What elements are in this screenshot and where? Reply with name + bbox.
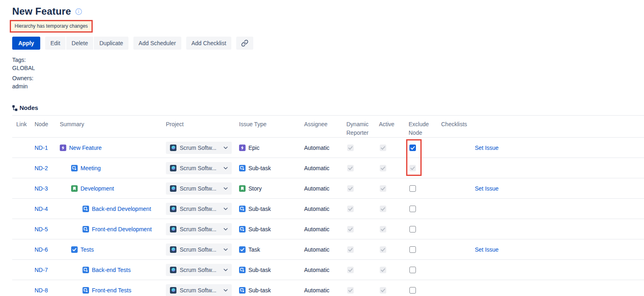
exclude-node-checkbox[interactable]	[409, 226, 416, 232]
exclude-node-cell	[409, 219, 441, 239]
node-id-link[interactable]: ND-8	[35, 287, 48, 294]
column-header-summary: Summary	[60, 116, 166, 138]
set-issue-link[interactable]: Set Issue	[475, 185, 498, 192]
add-scheduler-button[interactable]: Add Scheduler	[133, 37, 181, 50]
active-checkbox	[380, 165, 386, 171]
project-select[interactable]: Scrum Softw...	[166, 284, 232, 296]
summary-link[interactable]: Back-end Tests	[60, 267, 166, 273]
column-header-issue-type: Issue Type	[239, 116, 304, 138]
summary-cell: Back-end Tests	[60, 260, 166, 280]
summary-link[interactable]: Tests	[60, 246, 166, 253]
dynamic-reporter-cell	[346, 280, 379, 296]
project-avatar-icon	[170, 226, 176, 232]
project-select-value: Scrum Softw...	[180, 246, 220, 253]
dynamic-reporter-checkbox	[347, 206, 354, 212]
active-cell	[379, 260, 409, 280]
project-select[interactable]: Scrum Softw...	[166, 203, 232, 215]
table-header-row: Link Node Summary Project Issue Type Ass…	[12, 116, 644, 138]
assignee-value: Automatic	[304, 287, 329, 294]
active-cell	[379, 178, 409, 199]
summary-link[interactable]: Back-end Development	[60, 206, 166, 212]
link-cell	[12, 219, 35, 239]
link-cell	[12, 260, 35, 280]
node-id-link[interactable]: ND-3	[35, 185, 48, 192]
project-select[interactable]: Scrum Softw...	[166, 162, 232, 174]
summary-link[interactable]: Front-end Development	[60, 226, 166, 232]
page-title: New Feature	[12, 6, 71, 17]
info-icon[interactable]	[75, 8, 82, 15]
add-checklist-button[interactable]: Add Checklist	[186, 37, 232, 50]
exclude-node-cell	[409, 178, 441, 199]
checklists-cell	[441, 219, 644, 239]
active-cell	[379, 280, 409, 296]
issue-type-cell: Sub-task	[239, 158, 304, 178]
edit-button-group: Edit Delete Duplicate	[45, 37, 128, 50]
dynamic-reporter-cell	[346, 178, 379, 199]
node-cell: ND-7	[35, 260, 60, 280]
delete-button[interactable]: Delete	[66, 37, 93, 50]
edit-button[interactable]: Edit	[45, 37, 65, 50]
assignee-value: Automatic	[304, 206, 329, 212]
set-issue-link[interactable]: Set Issue	[475, 246, 498, 253]
active-cell	[379, 138, 409, 158]
issue-type-label: Sub-task	[248, 287, 271, 294]
node-table-row: ND-5 Front-end Development Scrum Softw..…	[12, 219, 644, 239]
issue-type-icon	[83, 287, 89, 294]
exclude-node-checkbox[interactable]	[409, 145, 416, 151]
project-select-value: Scrum Softw...	[180, 226, 220, 232]
node-id-link[interactable]: ND-7	[35, 267, 48, 273]
checklists-cell: Set Issue	[441, 239, 644, 260]
set-issue-link[interactable]: Set Issue	[475, 145, 498, 151]
node-id-link[interactable]: ND-5	[35, 226, 48, 232]
summary-link[interactable]: Front-end Tests	[60, 287, 166, 294]
project-select[interactable]: Scrum Softw...	[166, 223, 232, 235]
exclude-node-checkbox[interactable]	[409, 246, 416, 253]
project-select[interactable]: Scrum Softw...	[166, 243, 232, 256]
summary-link[interactable]: Meeting	[60, 165, 166, 171]
summary-text: Front-end Development	[92, 226, 152, 232]
dynamic-reporter-cell	[346, 219, 379, 239]
node-id-link[interactable]: ND-4	[35, 206, 48, 212]
project-avatar-icon	[170, 145, 176, 151]
column-header-exclude-node: Exclude Node	[409, 116, 441, 138]
issue-type-icon	[71, 165, 78, 171]
node-id-link[interactable]: ND-6	[35, 246, 48, 253]
exclude-node-checkbox[interactable]	[409, 185, 416, 192]
project-select[interactable]: Scrum Softw...	[166, 264, 232, 276]
exclude-node-cell	[409, 280, 441, 296]
exclude-node-checkbox[interactable]	[409, 267, 416, 273]
exclude-node-cell	[409, 260, 441, 280]
node-table-row: ND-7 Back-end Tests Scrum Softw...	[12, 260, 644, 280]
owners-label: Owners:	[12, 74, 644, 82]
exclude-node-checkbox[interactable]	[409, 287, 416, 294]
issue-type-label: Sub-task	[248, 206, 271, 212]
copy-link-button[interactable]	[236, 37, 253, 50]
assignee-cell: Automatic	[304, 178, 346, 199]
project-select[interactable]: Scrum Softw...	[166, 142, 232, 154]
node-id-link[interactable]: ND-2	[35, 165, 48, 171]
summary-link[interactable]: New Feature	[60, 145, 166, 151]
node-id-link[interactable]: ND-1	[35, 145, 48, 151]
issue-type-icon	[239, 165, 246, 171]
apply-button[interactable]: Apply	[12, 37, 40, 50]
summary-link[interactable]: Development	[60, 185, 166, 192]
project-select[interactable]: Scrum Softw...	[166, 182, 232, 195]
active-cell	[379, 158, 409, 178]
project-avatar-icon	[170, 287, 176, 294]
node-cell: ND-5	[35, 219, 60, 239]
link-cell	[12, 178, 35, 199]
toolbar: Apply Edit Delete Duplicate Add Schedule…	[12, 37, 644, 50]
chevron-down-icon	[224, 228, 228, 230]
column-header-assignee: Assignee	[304, 116, 346, 138]
issue-type-cell: Task	[239, 239, 304, 260]
exclude-node-checkbox[interactable]	[409, 206, 416, 212]
active-checkbox	[380, 246, 386, 253]
summary-cell: Tests	[60, 239, 166, 260]
project-cell: Scrum Softw...	[166, 280, 239, 296]
project-cell: Scrum Softw...	[166, 138, 239, 158]
issue-type-cell: Sub-task	[239, 199, 304, 219]
assignee-value: Automatic	[304, 226, 329, 232]
duplicate-button[interactable]: Duplicate	[94, 37, 128, 50]
dynamic-reporter-checkbox	[347, 185, 354, 192]
chevron-down-icon	[224, 187, 228, 190]
